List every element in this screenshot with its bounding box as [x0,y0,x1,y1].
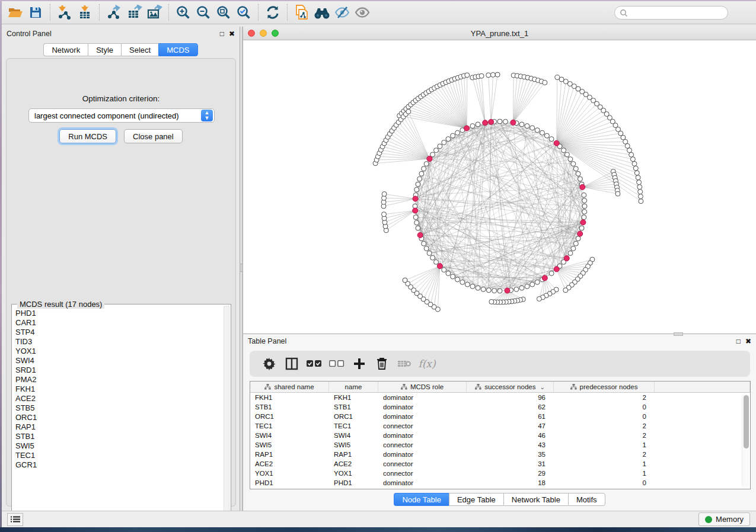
shared-column-icon [475,384,481,390]
control-panel-tabs: Network Style Select MCDS [2,43,240,56]
save-session-icon[interactable] [25,3,46,22]
tab-network[interactable]: Network [43,43,88,56]
column-settings-icon[interactable] [258,354,280,374]
table-cell: dominator [378,413,467,420]
horizontal-splitter-grip[interactable] [674,332,683,336]
network-search-box [614,6,728,20]
tab-network-table[interactable]: Network Table [503,493,568,506]
sort-descending-icon: ⌄ [540,384,544,390]
tab-select[interactable]: Select [121,43,158,56]
table-row[interactable]: SWI4SWI4dominator462 [250,431,750,440]
hide-selected-icon[interactable] [332,3,352,22]
duplicate-network-icon[interactable] [292,3,312,22]
toolbar-separator [99,4,100,21]
search-binoculars-icon[interactable] [312,3,332,22]
zoom-in-icon[interactable] [173,3,193,22]
shared-column-icon [401,384,407,390]
close-table-panel-icon[interactable]: ✖ [745,338,751,345]
table-row[interactable]: TEC1TEC1connector472 [250,421,750,431]
table-cell: 46 [467,432,554,439]
close-panel-button[interactable]: Close panel [124,129,183,143]
column-header-successor-nodes[interactable]: successor nodes ⌄ [467,382,554,392]
tab-motifs[interactable]: Motifs [568,493,605,506]
table-scrollbar[interactable] [742,394,749,488]
search-input[interactable] [631,9,723,17]
delete-column-icon[interactable] [371,354,393,374]
network-canvas[interactable] [243,40,756,333]
refresh-view-icon[interactable] [263,3,283,22]
import-network-icon[interactable] [55,3,75,22]
mcds-result-item: STP4 [15,328,222,337]
table-row[interactable]: ORC1ORC1dominator610 [250,412,750,421]
memory-button[interactable]: Memory [698,512,750,526]
add-column-icon[interactable] [348,354,371,374]
column-header-shared-name[interactable]: shared name [250,382,329,392]
zoom-out-icon[interactable] [193,3,213,22]
delete-table-icon-disabled [393,354,416,374]
close-panel-icon[interactable]: ✖ [229,30,235,37]
table-cell: YOX1 [250,470,329,477]
desktop-wallpaper-strip [0,527,756,532]
table-row[interactable]: STB1STB1dominator620 [250,402,750,412]
deselect-all-checkboxes-icon[interactable] [326,354,348,374]
table-cell: SWI4 [250,432,329,439]
mcds-result-item: STB1 [15,432,222,441]
split-columns-icon[interactable] [280,354,303,374]
status-bar: Memory [2,511,756,527]
show-all-icon[interactable] [352,3,372,22]
table-cell: connector [378,460,467,467]
table-row[interactable]: SWI5SWI5connector431 [250,440,750,450]
table-row[interactable]: RAP1RAP1dominator352 [250,450,750,459]
network-window: YPA_prune.txt_1 [243,27,756,334]
select-all-checkboxes-icon[interactable] [303,354,326,374]
mcds-result-list[interactable]: PHD1CAR1STP4TID3YOX1SWI4SRD1PMA2FKH1ACE2… [15,309,222,521]
function-builder-icon-disabled: f(x) [416,354,438,374]
mcds-result-item: SWI5 [15,441,222,451]
table-cell: 1 [554,470,655,477]
column-header-name[interactable]: name [329,382,378,392]
desktop-edge-left [0,0,2,532]
table-cell: 2 [554,451,655,458]
table-cell: 35 [467,451,554,458]
import-table-icon[interactable] [75,3,95,22]
column-header-mcds-role[interactable]: MCDS role [378,382,467,392]
table-cell: 29 [467,470,554,477]
tab-style[interactable]: Style [88,43,121,56]
float-table-panel-icon[interactable]: □ [736,338,741,345]
export-network-icon[interactable] [104,3,124,22]
table-row[interactable]: ACE2ACE2connector311 [250,459,750,469]
control-panel-title: Control Panel [7,30,215,38]
mcds-result-item: TEC1 [15,451,222,460]
zoom-selected-icon[interactable] [234,3,254,22]
application-window: Control Panel □ ✖ Network Style Select M… [0,0,756,532]
table-cell: 31 [467,460,554,467]
tab-edge-table[interactable]: Edge Table [449,493,503,506]
export-image-icon[interactable] [144,3,164,22]
table-cell: SWI4 [329,432,378,439]
table-row[interactable]: YOX1YOX1connector291 [250,469,750,478]
table-cell: PHD1 [329,479,378,486]
open-file-icon[interactable] [5,3,25,22]
float-panel-icon[interactable]: □ [220,30,224,37]
tab-mcds[interactable]: MCDS [158,43,197,56]
result-scrollbar[interactable] [224,306,229,522]
zoom-fit-icon[interactable] [213,3,234,22]
tab-node-table[interactable]: Node Table [394,493,449,506]
optimization-criterion-select[interactable]: largest connected component (undirected)… [28,108,215,123]
mcds-result-item: PMA2 [15,375,222,384]
toolbar-separator [287,4,288,21]
table-cell: ORC1 [329,413,378,420]
export-table-icon[interactable] [124,3,144,22]
run-mcds-button[interactable]: Run MCDS [59,129,116,143]
table-cell: dominator [378,432,467,439]
table-cell: PHD1 [250,479,329,486]
table-cell: STB1 [329,403,378,411]
table-row[interactable]: FKH1FKH1dominator962 [250,393,750,402]
column-header-predecessor-nodes[interactable]: predecessor nodes [554,382,655,392]
task-history-button[interactable] [7,513,23,526]
table-scrollbar-thumb[interactable] [744,395,749,448]
table-row[interactable]: PHD1PHD1dominator180 [250,478,750,488]
table-toolbar: f(x) [250,351,750,377]
combo-stepper-icon: ▲▼ [201,110,213,121]
mcds-result-item: TID3 [15,337,222,347]
